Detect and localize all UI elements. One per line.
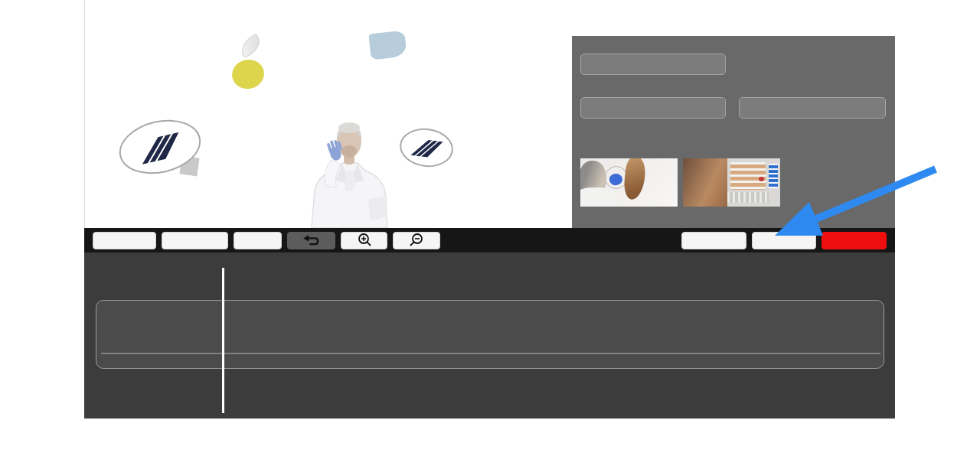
thumb2-ui-panel (730, 162, 766, 190)
thumb1-avatar-shoulder (580, 187, 617, 207)
medicalholodeck-logo-right (400, 129, 507, 190)
thumb2-red-marker (759, 177, 764, 181)
project-settings-panel (572, 36, 895, 228)
doctor-avatar (295, 109, 402, 228)
zoom-in-icon (357, 233, 372, 248)
thumb2-keyboard (727, 192, 769, 203)
audio-track[interactable] (96, 300, 884, 369)
logo-books-icon (114, 112, 207, 182)
zoom-in-button[interactable] (341, 232, 387, 249)
undo-icon (302, 233, 322, 248)
preview-thumbnail-portrait (580, 158, 678, 207)
close-button[interactable] (822, 232, 887, 249)
add-recording-button[interactable] (93, 232, 156, 249)
floating-shape-white (237, 34, 264, 59)
recordxr-editor-page (0, 0, 980, 456)
undo-button[interactable] (287, 232, 335, 249)
save-project-button[interactable] (681, 232, 746, 249)
doctor-avatar-figure (295, 109, 402, 228)
description-input[interactable] (739, 97, 886, 119)
avatar-url-input[interactable] (580, 97, 726, 119)
logo-books-icon (397, 125, 456, 170)
waveform-centerline (101, 353, 880, 354)
floating-shape-blue (368, 31, 407, 60)
editor-toolbar (84, 228, 895, 252)
floating-shape-yellow (230, 57, 267, 92)
title-input[interactable] (580, 54, 726, 75)
medicalholodeck-logo-left (119, 121, 272, 194)
editor-root (84, 0, 895, 419)
waveform-bottom (101, 340, 880, 367)
zoom-out-icon (409, 233, 424, 248)
timeline[interactable] (84, 252, 895, 419)
scene-edge-line (84, 0, 85, 228)
thumb2-side-panel (769, 164, 778, 188)
thumb2-anatomy (683, 158, 727, 207)
zoom-out-button[interactable] (393, 232, 440, 249)
export-rxr-button[interactable] (752, 232, 816, 249)
preview-thumbnail-landscape (683, 158, 780, 207)
trim-mode-button[interactable] (162, 232, 228, 249)
playhead[interactable] (222, 268, 224, 413)
play-button[interactable] (234, 232, 282, 249)
waveform-top (101, 310, 880, 336)
